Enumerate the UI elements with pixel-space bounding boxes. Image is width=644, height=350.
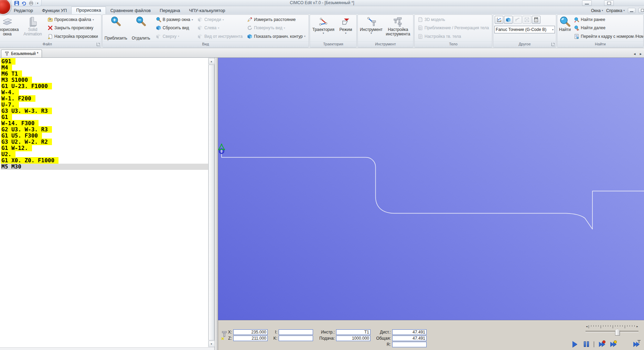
fast-forward-with-search-button[interactable] <box>609 340 617 348</box>
gcode-line[interactable]: G3 U2. W-2. R2 <box>1 139 208 145</box>
qat-more-button[interactable]: ▼ <box>35 2 39 4</box>
plot-points-button[interactable] <box>495 16 503 24</box>
show-bounding-contour-button[interactable]: Показать огранич. контур ▾ <box>246 33 307 40</box>
scrollbar-thumb[interactable] <box>208 65 214 340</box>
solid-view-button[interactable] <box>504 16 513 24</box>
fast-forward-to-breakpoint-button[interactable] <box>598 340 605 348</box>
close-backplot-button[interactable]: Закрыть прорисовку <box>46 24 99 32</box>
scroll-down-icon[interactable]: ▼ <box>208 341 215 347</box>
solid-3d-model-button[interactable]: 3D модель <box>416 16 490 23</box>
scroll-up-icon[interactable]: ▲ <box>208 58 215 64</box>
editor-vertical-scrollbar[interactable]: ▲ ▼ <box>208 58 214 347</box>
tab-scroll-right-button[interactable]: ► <box>639 52 642 56</box>
z-field[interactable]: 211.000 <box>233 336 268 341</box>
backplot-file-button[interactable]: Прорисовка файла ▾ <box>46 16 99 23</box>
save-button[interactable] <box>14 0 19 6</box>
document-restore-button[interactable] <box>638 8 644 13</box>
gcode-line[interactable]: W-14. F300 <box>1 120 208 127</box>
view-front-button[interactable]: Спереди ▾ <box>196 16 244 23</box>
play-button[interactable] <box>571 340 579 348</box>
zoom-out-button[interactable]: Отдалить <box>129 15 153 41</box>
gcode-line[interactable]: M6 T1 <box>1 71 208 77</box>
zoom-in-button[interactable]: Приблизить <box>104 15 128 41</box>
print-button[interactable] <box>28 0 34 6</box>
gcode-line[interactable]: G1 X0. Z0. F1000 <box>1 157 208 164</box>
gcode-line[interactable]: G1 <box>1 114 208 120</box>
control-type-select[interactable]: Fanuc Точение (G-Code B) ▾ <box>494 26 555 33</box>
slider-thumb[interactable] <box>615 329 620 336</box>
dialog-launcher-icon[interactable] <box>97 43 100 46</box>
i-field[interactable] <box>279 329 313 335</box>
mode-button[interactable]: Режим ▾ <box>336 15 355 41</box>
toolpath-button[interactable]: Траектория ▾ <box>311 15 336 41</box>
k-field[interactable] <box>279 336 313 341</box>
gcode-line-current[interactable]: M5 M30 <box>1 164 208 170</box>
tab-scroll-left-button[interactable]: ◄ <box>633 52 636 56</box>
slider-left-arrow-icon[interactable]: ◄ <box>586 325 588 328</box>
tab-backplot[interactable]: Прорисовка <box>71 7 106 14</box>
document-minimize-button[interactable] <box>628 8 635 13</box>
tab-editor[interactable]: Редактор <box>9 7 37 14</box>
gcode-editor[interactable]: G91 M4 M6 T1 M3 S1000 G1 U-23. F1000 W-4… <box>0 58 208 347</box>
gcode-line[interactable]: M3 S1000 <box>1 77 208 83</box>
gcode-line[interactable]: G3 U3. W-3. R3 <box>1 108 208 114</box>
tab-cnc-calculator[interactable]: ЧПУ-калькулятор <box>184 7 229 14</box>
slider-right-arrow-icon[interactable]: ► <box>636 325 638 328</box>
reset-view-button[interactable]: Сбросить вид <box>154 24 194 32</box>
minimize-button[interactable] <box>582 0 592 6</box>
tool-button[interactable]: Инструмент ▾ <box>359 15 384 41</box>
restore-button[interactable] <box>604 0 614 6</box>
tab-file-compare[interactable]: Сравнение файлов <box>106 7 155 14</box>
editor-horizontal-scrollbar[interactable] <box>0 347 214 350</box>
dialog-launcher-icon[interactable] <box>551 43 555 46</box>
measure-distance-button[interactable]: Измерить расстояние <box>246 16 307 23</box>
splitter[interactable] <box>215 58 218 350</box>
view-from-tool-button[interactable]: Вид от инструмента <box>196 33 244 40</box>
gcode-line[interactable]: M4 <box>1 65 208 71</box>
feed-field[interactable]: 1000.000 <box>336 336 371 341</box>
find-button[interactable]: Найти <box>558 15 571 41</box>
gcode-line[interactable]: G1 W-12. <box>1 145 208 151</box>
backplot-viewport[interactable]: X: 235.000 Z: 211.000 I: <box>218 58 644 350</box>
fit-to-window-button[interactable]: В размер окна ▾ <box>154 16 194 23</box>
windows-menu[interactable]: Окна <box>591 8 601 13</box>
dxf-export-button[interactable]: DXF <box>532 16 540 24</box>
contour-button[interactable] <box>513 16 522 24</box>
backplot-settings-button[interactable]: Настройка прорисовки <box>46 33 99 40</box>
pause-button[interactable] <box>582 340 590 348</box>
document-tab[interactable]: Безымянный * <box>1 50 42 57</box>
gcode-line[interactable]: G1 U5. F300 <box>1 133 208 139</box>
undo-button[interactable] <box>21 0 26 6</box>
tab-nc-functions[interactable]: Функции УП <box>37 7 71 14</box>
solid-regen-button[interactable]: Приближение / Регенерация тела <box>416 24 490 32</box>
backplot-window-button[interactable]: Прорисовка окна <box>0 15 20 41</box>
slider-track[interactable] <box>586 331 638 332</box>
view-top-button[interactable]: Сверху ▾ <box>154 33 194 40</box>
find-next-button[interactable]: Найти далее <box>572 24 644 32</box>
help-menu[interactable]: Справка <box>606 8 622 13</box>
solid-setup-button[interactable]: Настройка тв. тела <box>416 33 490 40</box>
gcode-line[interactable]: U2. <box>1 151 208 157</box>
tool-setup-button[interactable]: Настройка инструмента <box>384 15 412 41</box>
group-label-other: Другое <box>493 41 556 47</box>
x-field[interactable]: 235.000 <box>233 329 268 335</box>
distance-field[interactable]: 47.491 <box>392 329 427 335</box>
simulation-speed-slider[interactable]: ◄ ► <box>586 325 638 332</box>
gcode-line[interactable]: U-7. <box>1 102 208 108</box>
tab-transfer[interactable]: Передача <box>155 7 184 14</box>
solid-animation-button[interactable]: Solid Animation <box>20 15 45 41</box>
gcode-line[interactable]: W-4. <box>1 89 208 96</box>
tool-field[interactable]: T1 <box>336 329 371 335</box>
gcode-line[interactable]: W-1. F200 <box>1 96 208 102</box>
rotate-view-button[interactable]: Повернуть вид ▾ <box>246 24 307 32</box>
gcode-line[interactable]: G2 U3. W-3. R3 <box>1 127 208 133</box>
find-previous-button[interactable]: Найти ранее <box>572 16 644 23</box>
goto-block-button[interactable]: Перейти к кадру с номером /Номер кадра <box>572 33 644 40</box>
stl-export-button[interactable] <box>523 16 531 24</box>
fast-forward-to-toolchange-button[interactable] <box>632 340 640 348</box>
total-field[interactable]: 47.491 <box>392 336 427 341</box>
view-left-button[interactable]: Слева ▾ <box>196 24 244 32</box>
gcode-line[interactable]: G91 <box>1 58 208 65</box>
gcode-line[interactable]: G1 U-23. F1000 <box>1 83 208 89</box>
r-field[interactable] <box>392 342 427 347</box>
